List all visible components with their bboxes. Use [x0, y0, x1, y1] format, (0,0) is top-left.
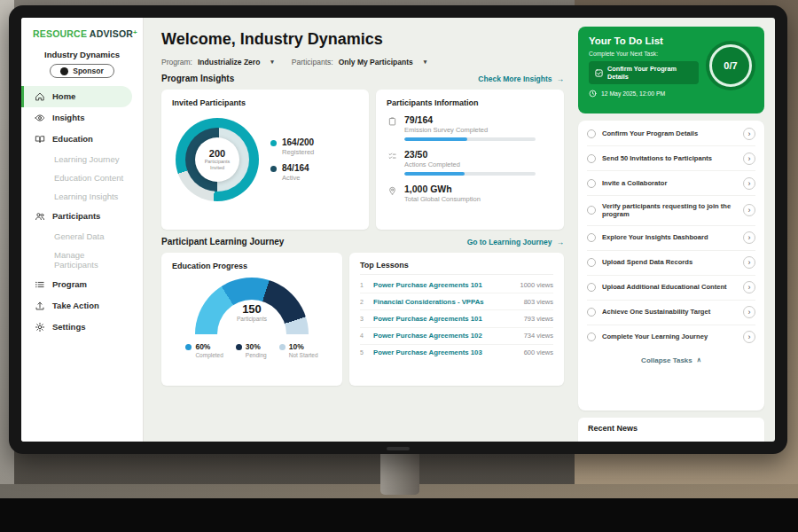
progress-bar-track	[404, 172, 536, 176]
task-row[interactable]: Invite a Collaborator ›	[587, 171, 755, 196]
donut-legend: 164/200 Registered 84/164 Active	[270, 130, 314, 189]
todo-progress-value: 0/7	[724, 60, 737, 71]
sidebar-item-label: Learning Insights	[54, 192, 118, 201]
book-icon	[34, 134, 45, 145]
global-consumption-row: 1,000 GWh Total Global Consumption	[387, 184, 553, 207]
participants-information-card: Participants Information 79/164 Emission…	[376, 90, 564, 230]
participants-select[interactable]: Only My Participants ▾	[339, 58, 427, 66]
task-radio-icon[interactable]	[587, 258, 596, 267]
chevron-right-icon[interactable]: ›	[743, 231, 755, 244]
task-label: Confirm Your Program Details	[602, 129, 737, 138]
org-name: Industry Dynamics	[21, 50, 143, 59]
check-more-insights-link[interactable]: Check More Insights →	[478, 74, 564, 83]
screen: RESOURCE ADVISOR+ Industry Dynamics Spon…	[21, 18, 775, 442]
gear-icon	[34, 322, 45, 332]
legend-item-completed: 60% Completed	[185, 342, 223, 358]
task-row[interactable]: Achieve One Sustainability Target ›	[587, 301, 755, 325]
recent-news-header[interactable]: Recent News	[578, 418, 764, 442]
legend-label: Not Started	[289, 352, 318, 358]
lesson-row: 2 Financial Considerations - VPPAs 803 v…	[360, 293, 553, 310]
lesson-link[interactable]: Power Purchase Agreements 102	[373, 332, 517, 340]
collapse-tasks-button[interactable]: Collapse Tasks ∧	[587, 349, 755, 367]
chevron-right-icon[interactable]: ›	[743, 128, 755, 140]
card-title: Invited Participants	[172, 98, 358, 107]
sidebar-item-education[interactable]: Education	[21, 129, 143, 150]
lesson-link[interactable]: Power Purchase Agreements 101	[373, 315, 517, 323]
metric-value: 23/50	[404, 149, 536, 160]
top-lessons-card: Top Lessons 1 Power Purchase Agreements …	[349, 253, 564, 386]
task-radio-icon[interactable]	[587, 332, 596, 341]
sidebar-item-learning-journey[interactable]: Learning Journey	[21, 150, 143, 168]
monitor-bezel: RESOURCE ADVISOR+ Industry Dynamics Spon…	[9, 5, 787, 454]
chevron-right-icon[interactable]: ›	[743, 306, 755, 318]
lesson-rank: 2	[360, 299, 366, 305]
eye-icon	[34, 113, 45, 123]
sidebar-item-learning-insights[interactable]: Learning Insights	[21, 187, 143, 206]
sponsor-badge[interactable]: Sponsor	[50, 64, 113, 78]
legend-label: Registered	[282, 148, 314, 156]
task-row[interactable]: Upload Spend Data Records ›	[587, 251, 755, 276]
task-radio-icon[interactable]	[587, 179, 596, 188]
task-row[interactable]: Send 50 Invitations to Participants ›	[587, 146, 755, 171]
lesson-row: 5 Power Purchase Agreements 103 600 view…	[360, 345, 553, 361]
progress-bar-fill	[404, 137, 467, 141]
sidebar-item-participants[interactable]: Participants	[21, 206, 143, 227]
sidebar-item-program[interactable]: Program	[21, 274, 143, 295]
go-to-learning-journey-link[interactable]: Go to Learning Journey →	[467, 238, 564, 246]
filter-bar: Program: Industrialize Zero ▾ Participan…	[161, 58, 564, 66]
task-row[interactable]: Confirm Your Program Details ›	[587, 121, 755, 146]
lesson-views: 734 views	[524, 332, 553, 340]
gauge-label: Participants	[195, 316, 309, 322]
chevron-right-icon[interactable]: ›	[743, 177, 755, 190]
task-row[interactable]: Explore Your Insights Dashboard ›	[587, 226, 755, 251]
learning-journey-header: Participant Learning Journey Go to Learn…	[161, 237, 564, 246]
sidebar-item-insights[interactable]: Insights	[21, 107, 143, 129]
chevron-right-icon[interactable]: ›	[743, 204, 755, 216]
arrow-right-icon: →	[557, 74, 565, 83]
sidebar-item-general-data[interactable]: General Data	[21, 227, 143, 246]
arrow-right-icon: →	[557, 238, 565, 246]
chevron-right-icon[interactable]: ›	[743, 256, 755, 269]
sidebar-item-settings[interactable]: Settings	[21, 317, 143, 338]
task-radio-icon[interactable]	[587, 283, 596, 292]
task-row[interactable]: Verify participants requesting to join t…	[587, 196, 755, 226]
donut-center: 200 Participants Invited	[195, 137, 239, 182]
lesson-rank: 1	[360, 282, 366, 288]
task-label: Achieve One Sustainability Target	[602, 308, 737, 317]
sidebar-item-label: General Data	[54, 231, 105, 241]
education-progress-card: Education Progress 150 Participants	[161, 253, 342, 386]
invited-participants-card: Invited Participants 200 Participants In…	[161, 90, 369, 230]
metric-value: 1,000 GWh	[404, 184, 481, 194]
task-radio-icon[interactable]	[587, 308, 596, 317]
task-list-card: Confirm Your Program Details › Send 50 I…	[578, 121, 764, 411]
sidebar-item-take-action[interactable]: Take Action	[21, 295, 143, 317]
task-label: Complete Your Learning Journey	[602, 332, 737, 341]
lesson-link[interactable]: Power Purchase Agreements 103	[373, 348, 517, 356]
sidebar-item-education-content[interactable]: Education Content	[21, 168, 143, 187]
task-radio-icon[interactable]	[587, 129, 596, 138]
lesson-link[interactable]: Power Purchase Agreements 101	[373, 281, 512, 289]
checkbox-icon	[595, 69, 603, 77]
chevron-right-icon[interactable]: ›	[743, 153, 755, 165]
logo-text-primary: RESOURCE	[33, 28, 87, 39]
task-label: Invite a Collaborator	[602, 179, 737, 188]
lesson-link[interactable]: Financial Considerations - VPPAs	[373, 298, 517, 306]
task-radio-icon[interactable]	[587, 154, 596, 163]
task-radio-icon[interactable]	[587, 206, 596, 215]
chevron-right-icon[interactable]: ›	[743, 281, 755, 293]
section-title: Program Insights	[161, 74, 234, 83]
sponsor-label: Sponsor	[73, 66, 103, 75]
sidebar-item-home[interactable]: Home	[21, 86, 132, 107]
todo-subtitle: Complete Your Next Task:	[589, 51, 699, 57]
legend-label: Completed	[195, 352, 223, 358]
chevron-right-icon[interactable]: ›	[743, 331, 755, 343]
due-date-label: 12 May 2025, 12:00 PM	[601, 90, 665, 97]
sidebar-item-manage-participants[interactable]: Manage Participants	[21, 246, 143, 274]
lesson-views: 793 views	[524, 315, 553, 323]
next-task-pill[interactable]: Confirm Your Program Details	[589, 61, 699, 84]
program-select[interactable]: Industrialize Zero ▾	[198, 58, 274, 66]
task-row[interactable]: Complete Your Learning Journey ›	[587, 325, 755, 349]
task-label: Explore Your Insights Dashboard	[602, 233, 737, 242]
task-radio-icon[interactable]	[587, 233, 596, 242]
task-row[interactable]: Upload Additional Educational Content ›	[587, 276, 755, 301]
